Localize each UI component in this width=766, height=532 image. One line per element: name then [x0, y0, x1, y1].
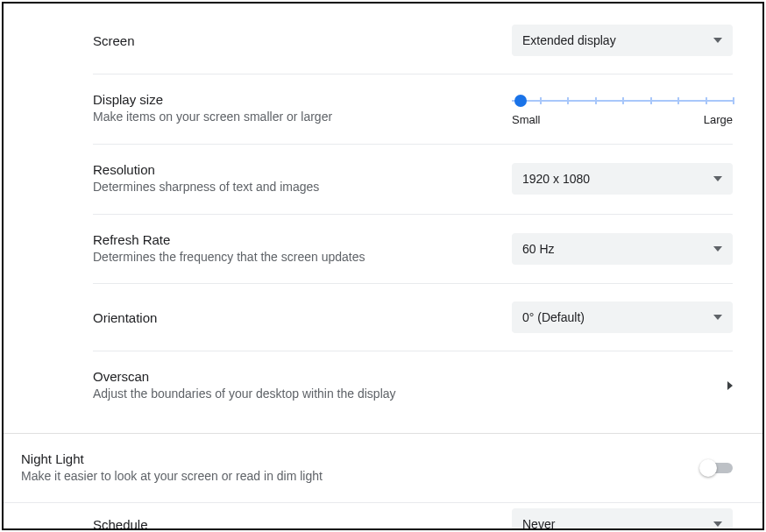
slider-thumb[interactable]	[514, 95, 527, 107]
chevron-down-icon	[713, 38, 722, 43]
resolution-row: Resolution Determines sharpness of text …	[93, 145, 733, 215]
night-light-title: Night Light	[21, 451, 323, 466]
refresh-rate-row: Refresh Rate Determines the frequency th…	[93, 215, 733, 285]
resolution-select-value: 1920 x 1080	[522, 172, 590, 186]
schedule-select-value: Never	[522, 517, 555, 530]
screen-select-value: Extended display	[522, 33, 616, 47]
refresh-rate-desc: Determines the frequency that the screen…	[93, 249, 494, 266]
slider-min-label: Small	[512, 113, 541, 126]
orientation-title: Orientation	[93, 310, 494, 325]
refresh-rate-title: Refresh Rate	[93, 232, 494, 247]
orientation-select[interactable]: 0° (Default)	[512, 301, 733, 333]
night-light-desc: Make it easier to look at your screen or…	[21, 468, 323, 486]
refresh-rate-select-value: 60 Hz	[522, 242, 555, 256]
overscan-desc: Adjust the boundaries of your desktop wi…	[93, 386, 710, 403]
night-light-row: Night Light Make it easier to look at yo…	[4, 434, 762, 504]
display-size-row: Display size Make items on your screen s…	[93, 74, 733, 145]
display-size-slider[interactable]	[512, 94, 733, 108]
chevron-down-icon	[713, 176, 722, 181]
night-light-toggle[interactable]	[701, 461, 733, 475]
chevron-down-icon	[713, 521, 722, 527]
schedule-row: Schedule Never	[93, 503, 733, 530]
display-size-title: Display size	[93, 92, 494, 107]
schedule-title: Schedule	[93, 517, 494, 530]
refresh-rate-select[interactable]: 60 Hz	[512, 233, 733, 265]
orientation-row: Orientation 0° (Default)	[93, 284, 733, 351]
chevron-right-icon	[727, 381, 733, 390]
display-size-desc: Make items on your screen smaller or lar…	[93, 109, 494, 126]
screen-row: Screen Extended display	[93, 19, 733, 74]
overscan-row[interactable]: Overscan Adjust the boundaries of your d…	[93, 351, 733, 421]
screen-title: Screen	[93, 33, 494, 48]
resolution-desc: Determines sharpness of text and images	[93, 179, 494, 196]
resolution-select[interactable]: 1920 x 1080	[512, 163, 733, 195]
schedule-select[interactable]: Never	[512, 508, 733, 530]
overscan-title: Overscan	[93, 369, 710, 384]
chevron-down-icon	[713, 246, 722, 252]
chevron-down-icon	[713, 315, 722, 320]
orientation-select-value: 0° (Default)	[522, 310, 585, 324]
resolution-title: Resolution	[93, 162, 494, 177]
screen-select[interactable]: Extended display	[512, 25, 733, 56]
slider-max-label: Large	[704, 113, 733, 126]
